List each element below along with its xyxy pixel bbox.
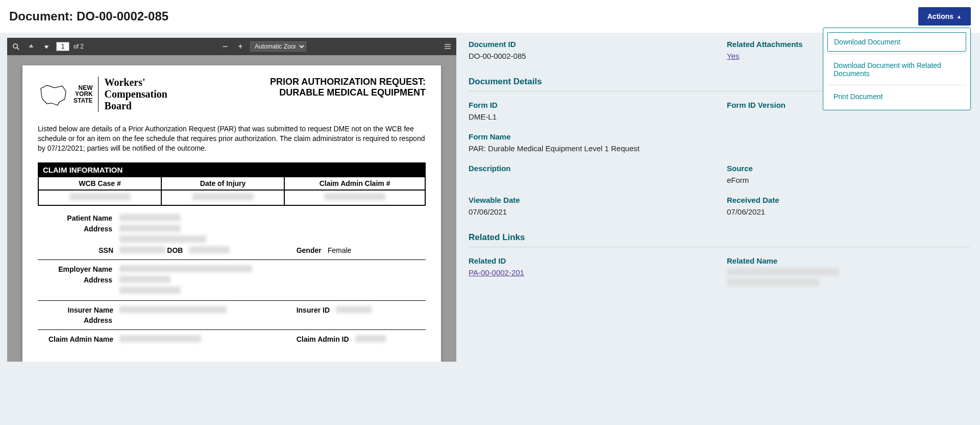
page-number-input[interactable] bbox=[56, 42, 69, 51]
related-name-label: Related Name bbox=[727, 256, 970, 265]
gender-label: Gender bbox=[297, 246, 328, 254]
col-claim-admin: Claim Admin Claim # bbox=[284, 177, 425, 190]
prev-page-icon[interactable] bbox=[26, 41, 37, 52]
address-label: Address bbox=[38, 276, 119, 285]
redacted-value bbox=[119, 287, 181, 294]
claim-admin-name-label: Claim Admin Name bbox=[38, 335, 119, 343]
gender-value: Female bbox=[328, 246, 352, 254]
pdf-viewport[interactable]: NEW YORK STATE Workers' Compensation Boa… bbox=[7, 55, 456, 362]
redacted-value bbox=[355, 335, 386, 342]
ssn-label: SSN bbox=[38, 246, 119, 254]
intro-paragraph: Listed below are details of a Prior Auth… bbox=[38, 124, 426, 153]
menu-icon[interactable] bbox=[442, 41, 453, 52]
zoom-in-icon[interactable]: + bbox=[235, 41, 246, 52]
redacted-value bbox=[119, 235, 206, 243]
redacted-value bbox=[119, 276, 170, 283]
address-label: Address bbox=[38, 225, 119, 233]
form-id-label: Form ID bbox=[469, 101, 712, 109]
pdf-viewer-panel: of 2 − + Automatic Zoom bbox=[7, 38, 456, 365]
insurer-name-label: Insurer Name bbox=[38, 306, 119, 314]
redacted-value bbox=[727, 268, 839, 275]
zoom-select[interactable]: Automatic Zoom bbox=[250, 41, 306, 52]
redacted-value bbox=[336, 306, 372, 313]
claim-info-header: CLAIM INFORMATION bbox=[38, 162, 426, 177]
insurer-id-label: Insurer ID bbox=[297, 306, 336, 314]
actions-button-label: Actions bbox=[927, 12, 953, 20]
description-label: Description bbox=[469, 164, 712, 173]
source-value: eForm bbox=[727, 176, 970, 184]
page-title-id: DO-00-0002-085 bbox=[77, 9, 168, 23]
viewable-date-value: 07/06/2021 bbox=[469, 207, 712, 216]
board-title: Workers' Compensation Board bbox=[98, 77, 167, 112]
form-id-value: DME-L1 bbox=[469, 112, 712, 121]
menu-divider bbox=[827, 54, 966, 54]
redacted-value bbox=[119, 246, 165, 253]
chevron-up-icon: ▲ bbox=[957, 14, 962, 19]
download-with-related-item[interactable]: Download Document with Related Documents bbox=[827, 56, 966, 83]
redacted-value bbox=[192, 193, 254, 200]
svg-line-1 bbox=[17, 48, 19, 50]
redacted-value bbox=[119, 335, 201, 342]
actions-dropdown: Download Document Download Document with… bbox=[823, 28, 971, 110]
ny-state-outline-icon bbox=[38, 82, 68, 107]
redacted-value bbox=[727, 279, 819, 286]
form-name-value: PAR: Durable Medical Equipment Level 1 R… bbox=[469, 144, 970, 153]
ny-state-text: NEW YORK STATE bbox=[74, 85, 93, 104]
related-id-label: Related ID bbox=[469, 256, 712, 265]
address-label: Address bbox=[38, 316, 119, 324]
received-date-value: 07/06/2021 bbox=[727, 207, 970, 216]
document-type-title: PRIOR AUTHORIZATION REQUEST: DURABLE MED… bbox=[270, 77, 426, 98]
page-title-prefix: Document: bbox=[9, 9, 77, 23]
redacted-value bbox=[69, 193, 131, 200]
page-of-label: of 2 bbox=[74, 43, 84, 50]
search-icon[interactable] bbox=[10, 41, 21, 52]
actions-button[interactable]: Actions ▲ bbox=[918, 7, 971, 26]
print-document-item[interactable]: Print Document bbox=[827, 87, 966, 106]
col-date-injury: Date of Injury bbox=[161, 177, 284, 190]
patient-name-label: Patient Name bbox=[38, 214, 119, 223]
page-title: Document: DO-00-0002-085 bbox=[9, 9, 168, 23]
download-document-item[interactable]: Download Document bbox=[827, 32, 966, 52]
menu-divider bbox=[827, 85, 966, 85]
dob-label: DOB bbox=[167, 246, 189, 254]
redacted-value bbox=[189, 246, 230, 253]
document-id-value: DO-00-0002-085 bbox=[469, 52, 712, 60]
claim-admin-id-label: Claim Admin ID bbox=[297, 335, 355, 343]
redacted-value bbox=[324, 193, 385, 200]
zoom-out-icon[interactable]: − bbox=[219, 41, 231, 52]
table-row bbox=[38, 190, 425, 205]
claim-info-table: WCB Case # Date of Injury Claim Admin Cl… bbox=[38, 177, 426, 206]
employer-name-label: Employer Name bbox=[38, 265, 119, 274]
svg-point-0 bbox=[13, 43, 17, 48]
col-wcb-case: WCB Case # bbox=[38, 177, 161, 190]
related-attachments-link[interactable]: Yes bbox=[727, 52, 739, 60]
wcb-logo: NEW YORK STATE Workers' Compensation Boa… bbox=[38, 77, 167, 112]
next-page-icon[interactable] bbox=[41, 41, 52, 52]
source-label: Source bbox=[727, 164, 970, 173]
related-id-link[interactable]: PA-00-0002-201 bbox=[469, 268, 524, 277]
document-id-label: Document ID bbox=[469, 40, 712, 49]
viewable-date-label: Viewable Date bbox=[469, 196, 712, 204]
received-date-label: Received Date bbox=[727, 196, 970, 204]
divider bbox=[38, 259, 426, 260]
related-links-heading: Related Links bbox=[469, 232, 970, 247]
redacted-value bbox=[119, 265, 252, 272]
redacted-value bbox=[119, 306, 227, 313]
divider bbox=[38, 300, 426, 301]
redacted-value bbox=[119, 214, 181, 221]
pdf-toolbar: of 2 − + Automatic Zoom bbox=[7, 38, 456, 55]
form-name-label: Form Name bbox=[469, 132, 970, 141]
divider bbox=[38, 329, 426, 330]
redacted-value bbox=[119, 225, 181, 232]
pdf-page: NEW YORK STATE Workers' Compensation Boa… bbox=[22, 65, 441, 362]
